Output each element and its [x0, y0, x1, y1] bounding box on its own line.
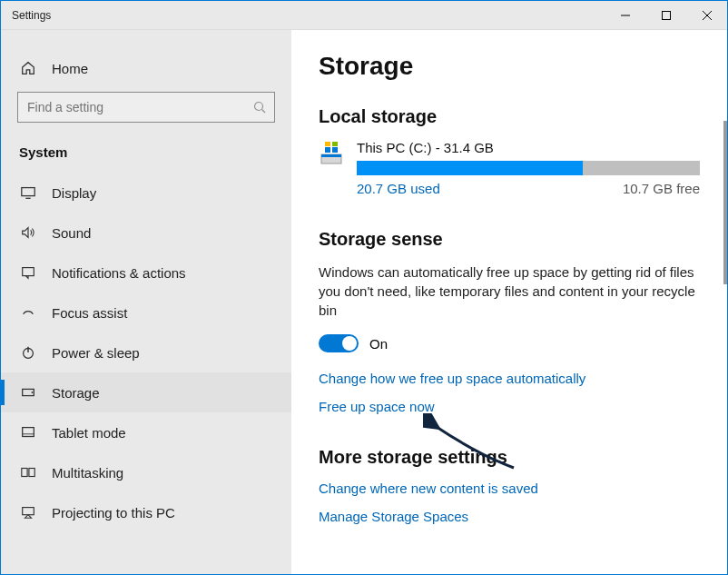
title-bar: Settings	[1, 1, 727, 30]
search-input[interactable]	[17, 92, 275, 123]
storage-icon	[19, 383, 37, 402]
svg-rect-13	[23, 428, 34, 437]
power-icon	[19, 343, 37, 362]
disk-usage-bar	[357, 161, 700, 175]
window-title: Settings	[1, 9, 605, 22]
nav-power-sleep[interactable]: Power & sleep	[1, 332, 291, 372]
nav-label: Multitasking	[52, 465, 123, 481]
svg-rect-20	[325, 147, 330, 153]
more-storage-heading: More storage settings	[319, 447, 700, 468]
svg-rect-23	[332, 142, 338, 146]
search-box[interactable]	[17, 92, 275, 123]
multitasking-icon	[19, 463, 37, 481]
toggle-state-label: On	[369, 336, 388, 352]
svg-rect-8	[23, 268, 34, 276]
nav-storage[interactable]: Storage	[1, 372, 291, 412]
link-change-free-up[interactable]: Change how we free up space automaticall…	[319, 371, 700, 386]
local-storage-heading: Local storage	[319, 106, 700, 127]
svg-rect-21	[332, 147, 338, 153]
scrollbar-thumb[interactable]	[723, 121, 727, 284]
svg-rect-15	[22, 469, 27, 477]
tablet-icon	[19, 423, 37, 441]
svg-line-5	[262, 110, 266, 114]
nav-label: Power & sleep	[52, 345, 140, 361]
nav-display[interactable]: Display	[1, 173, 291, 213]
nav-label: Storage	[52, 385, 100, 401]
disk-row[interactable]: This PC (C:) - 31.4 GB 20.7 GB used 10.7…	[319, 140, 700, 196]
svg-rect-22	[325, 142, 330, 146]
minimize-button[interactable]	[605, 1, 645, 30]
storage-sense-description: Windows can automatically free up space …	[319, 263, 700, 320]
nav-notifications[interactable]: Notifications & actions	[1, 253, 291, 292]
page-title: Storage	[319, 52, 700, 81]
disk-used-label: 20.7 GB used	[357, 181, 440, 196]
link-free-up-now[interactable]: Free up space now	[319, 399, 700, 414]
maximize-button[interactable]	[645, 1, 686, 30]
home-label: Home	[52, 61, 88, 76]
category-heading: System	[1, 137, 291, 173]
projecting-icon	[19, 503, 37, 521]
display-icon	[19, 183, 37, 202]
sound-icon	[19, 223, 37, 242]
search-icon	[253, 101, 266, 114]
sidebar: Home System Display Sound Notifications …	[1, 30, 291, 574]
storage-sense-heading: Storage sense	[319, 229, 700, 250]
svg-rect-6	[22, 188, 34, 196]
notifications-icon	[19, 263, 37, 282]
svg-rect-17	[23, 508, 34, 515]
close-icon	[703, 11, 712, 20]
nav-multitasking[interactable]: Multitasking	[1, 452, 291, 492]
nav-focus-assist[interactable]: Focus assist	[1, 292, 291, 332]
svg-rect-16	[29, 469, 34, 477]
nav-tablet-mode[interactable]: Tablet mode	[1, 412, 291, 452]
nav-projecting[interactable]: Projecting to this PC	[1, 492, 291, 532]
main-panel: Storage Local storage This PC (C:) - 31.…	[291, 30, 727, 574]
nav-label: Tablet mode	[52, 425, 126, 441]
nav-label: Projecting to this PC	[52, 505, 175, 520]
nav-label: Focus assist	[52, 305, 127, 321]
home-nav[interactable]: Home	[1, 52, 291, 92]
link-manage-storage-spaces[interactable]: Manage Storage Spaces	[319, 509, 700, 524]
maximize-icon	[662, 11, 671, 20]
nav-label: Display	[52, 185, 96, 201]
nav-label: Notifications & actions	[52, 265, 186, 281]
drive-icon	[319, 142, 344, 167]
svg-rect-1	[662, 11, 670, 19]
disk-title: This PC (C:) - 31.4 GB	[357, 140, 700, 155]
storage-sense-toggle[interactable]	[319, 334, 359, 352]
nav-label: Sound	[52, 225, 91, 241]
focus-assist-icon	[19, 303, 37, 322]
nav-sound[interactable]: Sound	[1, 213, 291, 253]
svg-point-12	[32, 392, 34, 393]
link-change-where-saved[interactable]: Change where new content is saved	[319, 481, 700, 496]
svg-rect-19	[321, 154, 341, 157]
svg-point-4	[255, 103, 263, 111]
disk-free-label: 10.7 GB free	[623, 181, 700, 196]
home-icon	[19, 59, 37, 77]
minimize-icon	[621, 11, 630, 20]
close-button[interactable]	[686, 1, 727, 30]
